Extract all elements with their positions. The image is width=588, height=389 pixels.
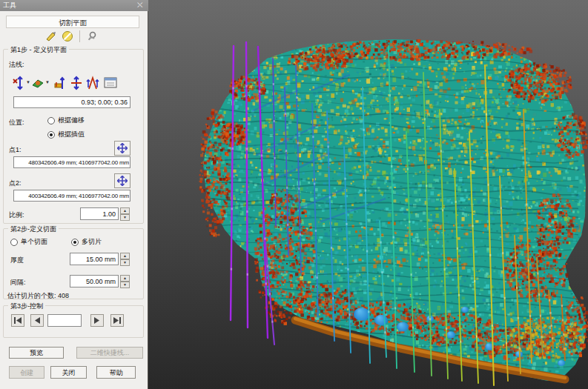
last-slice-button[interactable] bbox=[110, 314, 124, 327]
spin-up-icon[interactable]: ▲ bbox=[120, 207, 130, 214]
thickness-spinner[interactable]: ▲▼ bbox=[120, 253, 130, 265]
two-point-axis-icon[interactable] bbox=[53, 76, 67, 90]
toolbar-separator bbox=[79, 30, 80, 42]
thickness-label: 厚度 bbox=[10, 256, 24, 265]
position-label: 位置: bbox=[9, 118, 24, 127]
panel-toolbar bbox=[44, 29, 99, 44]
close-button[interactable]: 关闭 bbox=[50, 366, 87, 379]
spacing-input[interactable] bbox=[70, 275, 119, 287]
previous-slice-button[interactable] bbox=[30, 314, 44, 327]
step1-legend: 第1步 - 定义切平面 bbox=[8, 45, 69, 55]
next-icon bbox=[94, 317, 100, 324]
skip-last-icon bbox=[113, 317, 121, 324]
sphere-slash-icon[interactable] bbox=[61, 30, 74, 43]
panel-title: 工具 bbox=[3, 1, 16, 9]
tools-panel: 工具 ⛌ 切割平面 第1步 - 定义切平面 法线: ▼ bbox=[0, 0, 148, 389]
spacing-label: 间隔: bbox=[10, 278, 26, 287]
spacing-spinner[interactable]: ▲▼ bbox=[120, 275, 130, 287]
radio-circle bbox=[10, 239, 18, 246]
point1-label: 点1: bbox=[9, 145, 22, 155]
ratio-input[interactable] bbox=[80, 207, 119, 220]
move-cross-icon bbox=[117, 176, 128, 186]
spin-up-icon[interactable]: ▲ bbox=[120, 275, 130, 282]
normal-icon-row: ▼ ▼ bbox=[12, 74, 117, 92]
radio-by-interpolation[interactable]: 根据插值 bbox=[47, 130, 85, 139]
spin-down-icon[interactable]: ▼ bbox=[120, 214, 130, 221]
point2-pick-button[interactable] bbox=[114, 173, 131, 188]
step3-legend: 第3步-控制 bbox=[8, 302, 45, 311]
angle-axis-icon[interactable] bbox=[86, 76, 99, 90]
dropdown-caret-icon[interactable]: ▼ bbox=[26, 80, 30, 84]
2d-shortcut-line-button[interactable]: 二维快捷线... bbox=[76, 347, 143, 359]
thickness-input[interactable] bbox=[70, 253, 119, 265]
preview-button[interactable]: 预览 bbox=[9, 347, 64, 359]
point2-label: 点2: bbox=[9, 179, 22, 188]
ratio-spinner[interactable]: ▲▼ bbox=[120, 207, 130, 220]
application-window: 工具 ⛌ 切割平面 第1步 - 定义切平面 法线: ▼ bbox=[0, 0, 588, 389]
cut-plane-header: 切割平面 bbox=[6, 16, 139, 28]
help-button[interactable]: 帮助 bbox=[96, 366, 136, 379]
create-button[interactable]: 创建 bbox=[9, 366, 44, 379]
perpendicular-axis-icon[interactable] bbox=[70, 76, 82, 90]
interact-gear-icon[interactable] bbox=[85, 30, 99, 43]
point1-input[interactable] bbox=[13, 156, 131, 168]
radio-multi-slice[interactable]: 多切片 bbox=[71, 237, 102, 247]
slice-count-estimate: 估计切片的个数: 408 bbox=[7, 291, 69, 301]
axis-flip-icon[interactable] bbox=[12, 76, 25, 90]
radio-by-offset[interactable]: 根据偏移 bbox=[47, 116, 85, 125]
numeric-dialog-icon[interactable] bbox=[104, 77, 117, 89]
panel-titlebar[interactable]: 工具 ⛌ bbox=[0, 0, 148, 11]
ratio-label: 比例: bbox=[9, 210, 24, 220]
spin-down-icon[interactable]: ▼ bbox=[120, 259, 130, 266]
point2-input[interactable] bbox=[13, 190, 131, 202]
point1-pick-button[interactable] bbox=[114, 141, 131, 156]
normal-label: 法线: bbox=[9, 60, 24, 70]
dropdown-caret-icon[interactable]: ▼ bbox=[45, 80, 50, 84]
slice-position-input[interactable] bbox=[47, 314, 82, 327]
point-cloud-canvas[interactable] bbox=[148, 0, 588, 389]
spin-up-icon[interactable]: ▲ bbox=[120, 253, 130, 259]
next-slice-button[interactable] bbox=[90, 314, 104, 327]
step2-legend: 第2步-定义切面 bbox=[8, 225, 59, 234]
normal-vector-input[interactable] bbox=[13, 96, 131, 108]
radio-circle bbox=[71, 239, 79, 246]
3d-viewport[interactable] bbox=[148, 0, 588, 389]
radio-circle bbox=[47, 131, 55, 139]
spin-down-icon[interactable]: ▼ bbox=[120, 282, 130, 288]
first-slice-button[interactable] bbox=[11, 314, 24, 327]
skip-first-icon bbox=[14, 317, 22, 324]
move-cross-icon bbox=[117, 143, 128, 153]
pin-icon[interactable]: ⛌ bbox=[137, 1, 145, 10]
plane-pick-icon[interactable] bbox=[31, 76, 44, 90]
radio-single-section[interactable]: 单个切面 bbox=[10, 237, 47, 247]
radio-circle bbox=[47, 117, 55, 124]
draw-plane-icon[interactable] bbox=[44, 30, 58, 43]
previous-icon bbox=[34, 317, 40, 324]
